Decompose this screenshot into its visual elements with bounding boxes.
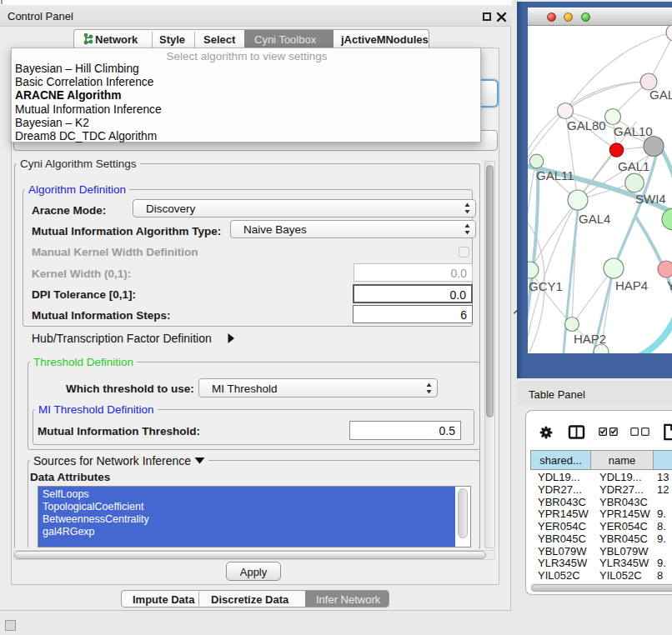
svg-text:GAL1: GAL1	[618, 159, 649, 173]
svg-text:GCY1: GCY1	[529, 279, 563, 293]
svg-text:GAL11: GAL11	[536, 168, 574, 182]
svg-text:GAL80: GAL80	[567, 118, 606, 132]
svg-text:GAL10: GAL10	[614, 124, 653, 138]
svg-text:GAL4: GAL4	[579, 212, 610, 226]
svg-text:HAP4: HAP4	[615, 278, 648, 292]
svg-text:GAL7: GAL7	[649, 88, 672, 102]
svg-text:SWI4: SWI4	[635, 192, 666, 206]
svg-text:HAP2: HAP2	[574, 332, 606, 346]
svg-text:YBR0: YBR0	[667, 278, 672, 292]
